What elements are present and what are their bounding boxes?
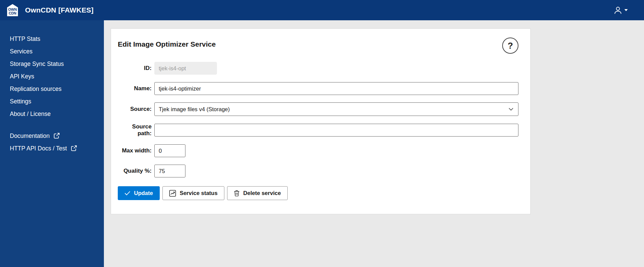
form-row-max-width: Max width: bbox=[118, 144, 518, 157]
top-header-bar: OWN CDN OwnCDN [FAWKES] bbox=[0, 0, 644, 20]
form-row-id: ID: bbox=[118, 62, 518, 75]
source-select[interactable]: Tjek image files v4 (Storage) bbox=[154, 102, 518, 116]
name-label: Name: bbox=[118, 85, 152, 92]
id-field bbox=[154, 62, 217, 75]
form-row-quality: Quality %: bbox=[118, 165, 518, 177]
user-menu-button[interactable] bbox=[613, 6, 628, 14]
line-chart-icon bbox=[169, 190, 176, 197]
sidebar-link-label: Documentation bbox=[10, 132, 50, 139]
page: OWN CDN OwnCDN [FAWKES] HTTP Stats Servi… bbox=[0, 0, 644, 267]
checkmark-icon bbox=[125, 191, 130, 195]
user-icon bbox=[613, 6, 623, 14]
sidebar-link-documentation[interactable]: Documentation bbox=[0, 129, 104, 142]
delete-service-button[interactable]: Delete service bbox=[227, 186, 288, 200]
page-title: Edit Image Optimizer Service bbox=[118, 38, 216, 48]
id-label: ID: bbox=[118, 65, 152, 72]
sidebar-item-replication-sources[interactable]: Replication sources bbox=[0, 82, 104, 95]
chevron-down-icon bbox=[624, 9, 628, 11]
question-mark-icon: ? bbox=[508, 41, 513, 51]
sidebar-item-services[interactable]: Services bbox=[0, 45, 104, 57]
owncdn-house-icon: OWN CDN bbox=[6, 3, 19, 17]
name-field[interactable] bbox=[154, 82, 518, 95]
external-link-icon bbox=[71, 145, 77, 151]
app-title: OwnCDN [FAWKES] bbox=[25, 6, 94, 14]
sidebar-link-label: HTTP API Docs / Test bbox=[10, 145, 67, 152]
sidebar-item-http-stats[interactable]: HTTP Stats bbox=[0, 32, 104, 45]
external-link-icon bbox=[53, 132, 60, 139]
sidebar-item-storage-sync-status[interactable]: Storage Sync Status bbox=[0, 57, 104, 70]
help-button[interactable]: ? bbox=[502, 38, 518, 54]
sidebar-item-settings[interactable]: Settings bbox=[0, 95, 104, 107]
logo-line2: CDN bbox=[9, 11, 17, 15]
max-width-label: Max width: bbox=[118, 147, 152, 154]
sidebar-link-http-api-docs[interactable]: HTTP API Docs / Test bbox=[0, 142, 104, 154]
form-actions: Update Service status bbox=[118, 186, 518, 200]
delete-service-button-label: Delete service bbox=[243, 190, 281, 196]
source-path-label: Source path: bbox=[118, 123, 152, 137]
sidebar-item-api-keys[interactable]: API Keys bbox=[0, 70, 104, 82]
sidebar-nav: HTTP Stats Services Storage Sync Status … bbox=[0, 20, 104, 267]
form-row-source: Source: Tjek image files v4 (Storage) bbox=[118, 102, 518, 116]
quality-field[interactable] bbox=[154, 165, 185, 177]
source-label: Source: bbox=[118, 106, 152, 113]
service-form: ID: Name: Source: Tjek image files v4 (S… bbox=[118, 62, 518, 200]
form-row-source-path: Source path: bbox=[118, 123, 518, 137]
edit-service-card: Edit Image Optimizer Service ? ID: Name: bbox=[111, 28, 531, 214]
update-button-label: Update bbox=[134, 190, 153, 196]
service-status-button-label: Service status bbox=[180, 190, 218, 196]
trash-icon bbox=[234, 190, 240, 197]
app-logo[interactable]: OWN CDN bbox=[6, 3, 19, 17]
max-width-field[interactable] bbox=[154, 144, 185, 157]
form-row-name: Name: bbox=[118, 82, 518, 95]
sidebar-item-about-license[interactable]: About / License bbox=[0, 107, 104, 120]
main-content: Edit Image Optimizer Service ? ID: Name: bbox=[104, 20, 644, 267]
service-status-button[interactable]: Service status bbox=[162, 186, 224, 200]
quality-label: Quality %: bbox=[118, 168, 152, 174]
source-path-field[interactable] bbox=[154, 124, 518, 137]
update-button[interactable]: Update bbox=[118, 186, 160, 200]
